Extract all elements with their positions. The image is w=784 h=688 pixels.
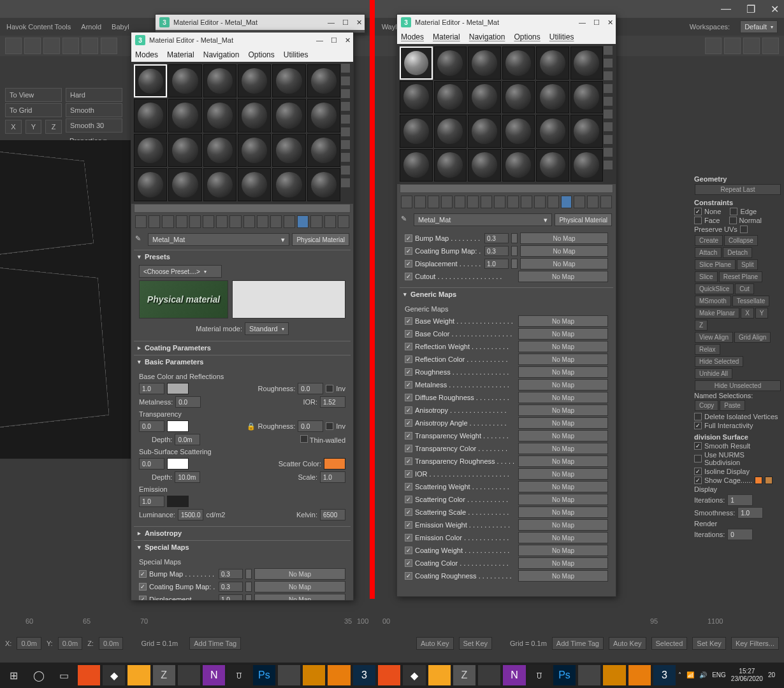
me-tool-icon[interactable] [481, 196, 492, 208]
photoshop-icon[interactable]: Ps [553, 665, 576, 685]
ior-spinner[interactable]: 1.52 [320, 396, 345, 408]
me-tool-icon[interactable] [534, 196, 546, 208]
sample-slot[interactable] [168, 168, 201, 201]
sample-slot[interactable] [203, 99, 236, 132]
trans-swatch[interactable] [167, 420, 189, 432]
window-title[interactable]: 3 Material Editor - Metal_Mat — ☐ ✕ [397, 15, 616, 30]
genmap-check[interactable] [405, 470, 412, 478]
tool-icon[interactable] [743, 38, 760, 54]
window-title[interactable]: 3 Material Editor - Metal_Mat — ☐ ✕ [131, 32, 353, 48]
sample-tool-icon[interactable] [603, 109, 613, 119]
me-tool-icon[interactable] [428, 196, 439, 208]
bump-map-button[interactable]: No Map [254, 568, 345, 580]
repeat-last-button[interactable]: Repeat Last [695, 184, 781, 195]
sss-spinner[interactable]: 0.0 [139, 458, 164, 469]
genmap-button[interactable]: No Map [518, 570, 608, 582]
create-button[interactable]: Create [695, 235, 723, 246]
sample-slot[interactable] [272, 99, 305, 132]
close-icon[interactable]: ✕ [345, 36, 351, 45]
genmap-button[interactable]: No Map [518, 532, 608, 543]
sample-slot[interactable] [203, 134, 236, 167]
sample-slot[interactable] [307, 168, 340, 201]
face-radio[interactable] [694, 217, 702, 224]
menu-options[interactable]: Options [248, 50, 274, 59]
genmap-check[interactable] [405, 483, 412, 491]
resetplane-button[interactable]: Reset Plane [719, 271, 762, 282]
material-name-dropdown[interactable]: Metal_Mat▾ [148, 233, 289, 246]
menu-havok[interactable]: Havok Content Tools [6, 23, 71, 31]
me-tool-icon[interactable] [600, 196, 612, 208]
unity-icon[interactable]: ◆ [103, 665, 125, 685]
tool-icon[interactable] [705, 38, 722, 54]
me-tool-icon[interactable] [548, 196, 559, 208]
keyfilters-button[interactable]: Key Filters... [731, 637, 779, 650]
genmap-check[interactable] [405, 445, 412, 452]
sample-tool-icon[interactable] [603, 96, 613, 106]
minimize-icon[interactable]: — [721, 3, 731, 15]
genmap-check[interactable] [405, 419, 412, 427]
genmap-button[interactable]: No Map [518, 455, 608, 467]
specmaps-rollout[interactable]: Special Maps [134, 540, 351, 553]
detach-button[interactable]: Detach [723, 247, 752, 258]
3dsmax-icon[interactable]: 3 [353, 665, 375, 685]
bump-spinner[interactable]: 0.3 [484, 233, 509, 243]
bump-check[interactable] [139, 570, 147, 578]
py-button[interactable]: Y [755, 308, 769, 319]
me-tool-icon[interactable] [414, 196, 426, 208]
me-tool-icon[interactable] [135, 215, 147, 228]
app-icon[interactable] [127, 665, 150, 685]
emission-swatch[interactable] [167, 496, 189, 507]
sliceplane-button[interactable]: Slice Plane [695, 259, 736, 270]
emission-spinner[interactable]: 1.0 [139, 496, 164, 507]
sample-tool-icon[interactable] [340, 76, 351, 86]
me-tool-icon[interactable] [162, 215, 173, 228]
me-tool-icon[interactable] [441, 196, 453, 208]
sample-slot[interactable] [203, 168, 236, 201]
tool-icon[interactable] [82, 38, 98, 54]
sample-slot[interactable] [238, 168, 271, 201]
me-tool-icon[interactable] [297, 215, 309, 228]
deliso-check[interactable] [694, 413, 702, 420]
sample-slot[interactable] [134, 134, 167, 167]
selected-dropdown[interactable]: Selected [651, 637, 688, 650]
bump-check[interactable] [405, 234, 412, 242]
app-icon[interactable] [428, 665, 451, 685]
thinwalled-check[interactable] [300, 435, 308, 443]
sample-tool-icon[interactable] [340, 114, 351, 124]
scatter-swatch[interactable] [324, 458, 345, 469]
app-icon[interactable] [378, 665, 400, 685]
cage-color2[interactable] [765, 477, 773, 484]
smooth30-button[interactable]: Smooth 30 [66, 118, 122, 133]
spin-btn[interactable] [245, 594, 252, 600]
sample-slot[interactable] [203, 64, 236, 97]
isoline-check[interactable] [694, 468, 702, 475]
cutout-check[interactable] [405, 273, 412, 280]
maximize-icon[interactable]: ☐ [331, 36, 337, 45]
sample-slot[interactable] [238, 99, 271, 132]
cutout-map-button[interactable]: No Map [518, 271, 608, 282]
genmap-button[interactable]: No Map [518, 341, 608, 352]
msmooth-button[interactable]: MSmooth [695, 296, 731, 306]
menu-wayl[interactable]: Wayl [382, 23, 397, 31]
smoothness-spinner[interactable]: 1.0 [737, 507, 763, 519]
tool-icon[interactable] [24, 38, 41, 54]
me-tool-icon[interactable] [310, 215, 322, 228]
genmap-check[interactable] [405, 355, 412, 363]
sample-slot[interactable] [570, 115, 604, 148]
tool-icon[interactable] [62, 38, 79, 54]
sample-slot[interactable] [502, 47, 535, 80]
3dsmax-icon[interactable]: 3 [653, 665, 676, 685]
app-icon[interactable] [178, 665, 200, 685]
genmap-button[interactable]: No Map [518, 494, 608, 505]
sample-tool-icon[interactable] [340, 152, 351, 162]
cbump-map-button[interactable]: No Map [254, 581, 345, 592]
cbump-spinner[interactable]: 0.3 [484, 246, 509, 256]
trough-spinner[interactable]: 0.0 [298, 420, 323, 432]
sample-slot[interactable] [468, 149, 501, 182]
paste-button[interactable]: Paste [720, 400, 745, 411]
addtime-button[interactable]: Add Time Tag [189, 637, 241, 650]
workspaces-dropdown[interactable]: Default [740, 20, 778, 33]
sample-slot[interactable] [238, 134, 271, 167]
roughness-spinner[interactable]: 0.0 [298, 383, 323, 394]
unity-icon[interactable]: ◆ [403, 665, 425, 685]
